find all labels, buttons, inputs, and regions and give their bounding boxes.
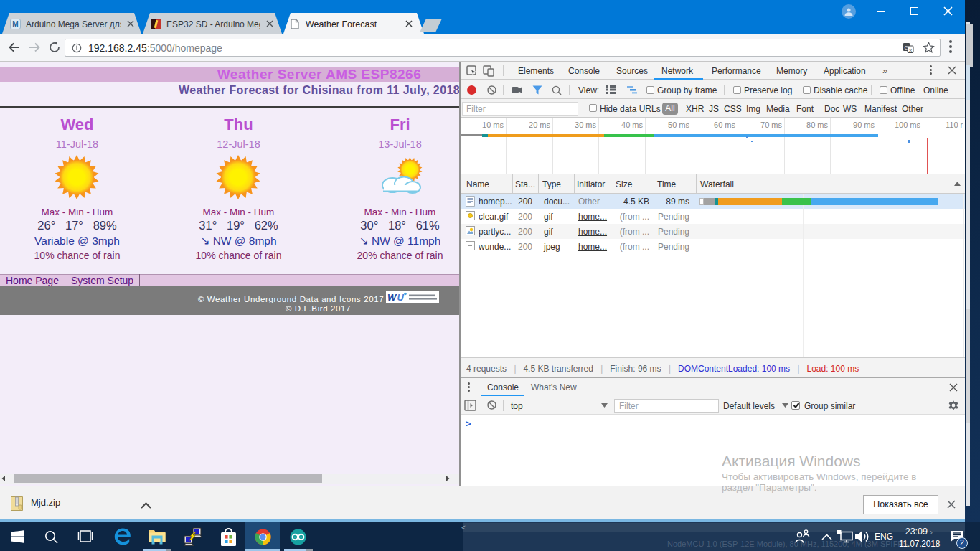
svg-text:x: x bbox=[909, 47, 912, 53]
svg-text:U: U bbox=[397, 292, 405, 303]
svg-text:W: W bbox=[387, 292, 397, 303]
